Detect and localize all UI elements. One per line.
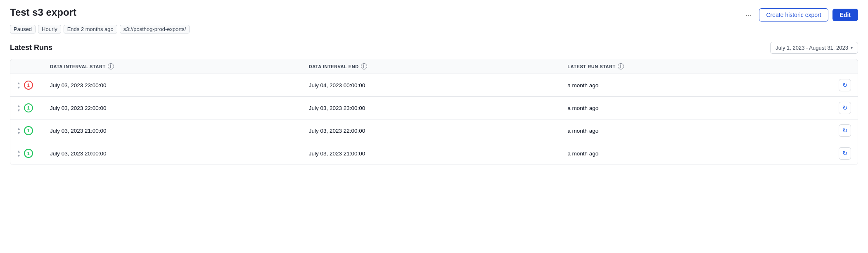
section-title: Latest Runs bbox=[10, 43, 52, 52]
tag: s3://posthog-prod-exports/ bbox=[120, 25, 190, 33]
status-badge: 1 bbox=[24, 126, 33, 135]
more-options-button[interactable]: ··· bbox=[742, 9, 755, 21]
retry-button[interactable]: ↻ bbox=[839, 147, 851, 160]
interval-start: July 03, 2023 22:00:00 bbox=[50, 105, 309, 111]
create-historic-export-button[interactable]: Create historic export bbox=[759, 8, 828, 21]
tag: Hourly bbox=[38, 25, 61, 33]
interval-end: July 03, 2023 21:00:00 bbox=[309, 150, 568, 157]
column-header-action bbox=[826, 63, 851, 69]
runs-table: DATA INTERVAL STARTiDATA INTERVAL ENDiLA… bbox=[10, 59, 858, 165]
status-badge: 1 bbox=[24, 81, 33, 90]
table-row: ▲▼1July 03, 2023 22:00:00July 03, 2023 2… bbox=[10, 97, 858, 119]
run-start: a month ago bbox=[567, 128, 826, 134]
tag: Ends 2 months ago bbox=[64, 25, 117, 33]
interval-start: July 03, 2023 23:00:00 bbox=[50, 82, 309, 88]
interval-start: July 03, 2023 20:00:00 bbox=[50, 150, 309, 157]
run-start: a month ago bbox=[567, 150, 826, 157]
sort-arrows[interactable]: ▲▼ bbox=[17, 81, 21, 90]
retry-button[interactable]: ↻ bbox=[839, 124, 851, 137]
interval-end: July 04, 2023 00:00:00 bbox=[309, 82, 568, 88]
date-range-label: July 1, 2023 - August 31, 2023 bbox=[776, 45, 848, 51]
table-row: ▲▼1July 03, 2023 21:00:00July 03, 2023 2… bbox=[10, 119, 858, 142]
column-header-label: DATA INTERVAL END bbox=[309, 64, 359, 69]
page-title: Test s3 export bbox=[10, 7, 76, 19]
interval-end: July 03, 2023 22:00:00 bbox=[309, 128, 568, 134]
interval-end: July 03, 2023 23:00:00 bbox=[309, 105, 568, 111]
run-start: a month ago bbox=[567, 105, 826, 111]
table-header: DATA INTERVAL STARTiDATA INTERVAL ENDiLA… bbox=[10, 59, 858, 74]
page-header: Test s3 export ··· Create historic expor… bbox=[10, 7, 858, 21]
column-header-run_start: LATEST RUN STARTi bbox=[567, 63, 826, 69]
column-header-label: LATEST RUN START bbox=[567, 64, 616, 69]
table-body: ▲▼1July 03, 2023 23:00:00July 04, 2023 0… bbox=[10, 74, 858, 165]
row-controls: ▲▼1 bbox=[17, 149, 50, 158]
column-header-label: DATA INTERVAL START bbox=[50, 64, 106, 69]
status-badge: 1 bbox=[24, 103, 33, 112]
header-actions: ··· Create historic export Edit bbox=[742, 8, 858, 21]
table-row: ▲▼1July 03, 2023 20:00:00July 03, 2023 2… bbox=[10, 142, 858, 165]
column-header-interval_start: DATA INTERVAL STARTi bbox=[50, 63, 309, 69]
sort-arrows[interactable]: ▲▼ bbox=[17, 149, 21, 158]
info-icon: i bbox=[108, 63, 114, 69]
column-header-controls bbox=[17, 63, 50, 69]
info-icon: i bbox=[361, 63, 367, 69]
row-controls: ▲▼1 bbox=[17, 126, 50, 135]
interval-start: July 03, 2023 21:00:00 bbox=[50, 128, 309, 134]
chevron-down-icon: ▾ bbox=[851, 45, 853, 50]
row-controls: ▲▼1 bbox=[17, 81, 50, 90]
tags-row: PausedHourlyEnds 2 months agos3://postho… bbox=[10, 25, 858, 33]
run-start: a month ago bbox=[567, 82, 826, 88]
status-badge: 1 bbox=[24, 149, 33, 158]
date-range-selector[interactable]: July 1, 2023 - August 31, 2023 ▾ bbox=[770, 42, 858, 54]
table-row: ▲▼1July 03, 2023 23:00:00July 04, 2023 0… bbox=[10, 74, 858, 97]
tag: Paused bbox=[10, 25, 36, 33]
retry-button[interactable]: ↻ bbox=[839, 79, 851, 91]
sort-arrows[interactable]: ▲▼ bbox=[17, 104, 21, 112]
info-icon: i bbox=[618, 63, 624, 69]
retry-button[interactable]: ↻ bbox=[839, 102, 851, 114]
sort-arrows[interactable]: ▲▼ bbox=[17, 126, 21, 135]
column-header-interval_end: DATA INTERVAL ENDi bbox=[309, 63, 568, 69]
row-controls: ▲▼1 bbox=[17, 103, 50, 112]
section-header: Latest Runs July 1, 2023 - August 31, 20… bbox=[10, 42, 858, 54]
edit-button[interactable]: Edit bbox=[832, 9, 858, 21]
